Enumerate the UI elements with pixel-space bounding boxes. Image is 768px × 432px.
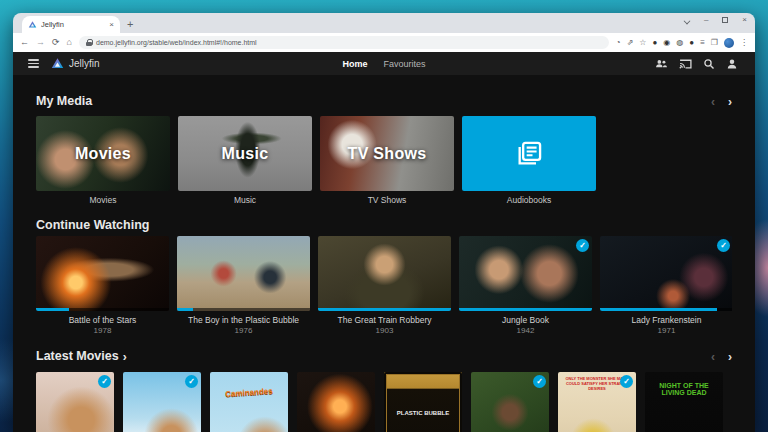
card-artwork <box>36 236 169 311</box>
watched-check-icon: ✓ <box>533 375 546 388</box>
window-chevron-icon[interactable] <box>684 17 690 23</box>
resume-card[interactable]: The Great Train Robbery 1903 <box>318 236 451 335</box>
movie-poster[interactable]: ✓ <box>36 372 114 432</box>
brand-name: Jellyfin <box>69 58 100 69</box>
share-icon[interactable]: ⇗ <box>627 39 634 47</box>
latest-movies-link-arrow-icon[interactable]: › <box>123 350 127 364</box>
music-caption[interactable]: Music <box>178 195 312 205</box>
search-icon[interactable] <box>703 58 715 70</box>
address-bar[interactable]: demo.jellyfin.org/stable/web/index.html#… <box>79 36 609 49</box>
card-year: 1942 <box>459 326 592 335</box>
extension-icon-4[interactable]: ◍ <box>676 39 683 47</box>
nav-tab-home[interactable]: Home <box>342 59 367 69</box>
movie-poster[interactable]: ✓ <box>297 372 375 432</box>
progress-track <box>459 308 592 311</box>
movies-caption[interactable]: Movies <box>36 195 170 205</box>
profile-avatar[interactable] <box>724 38 734 48</box>
card-title[interactable]: Lady Frankenstein <box>600 315 732 325</box>
poster-artwork: ✓ <box>36 372 114 432</box>
library-card-audiobooks[interactable]: Audiobooks <box>462 116 596 205</box>
lock-icon <box>86 39 92 46</box>
extension-icon-1[interactable]: ◔ <box>616 39 621 47</box>
nav-tab-favourites[interactable]: Favourites <box>383 59 425 69</box>
progress-track <box>36 308 169 311</box>
latest-movies-title[interactable]: Latest Movies <box>36 349 119 364</box>
browser-tab[interactable]: Jellyfin × <box>22 16 120 33</box>
progress-bar <box>459 308 592 311</box>
poster-artwork: ✓ <box>123 372 201 432</box>
extension-icon-2[interactable]: ● <box>653 39 658 47</box>
card-title[interactable]: Jungle Book <box>459 315 592 325</box>
card-year: 1976 <box>177 326 310 335</box>
scroll-right-icon[interactable]: › <box>728 96 732 108</box>
browser-window: Jellyfin × + – × ← → ⟳ ⌂ demo.jellyfin.o… <box>13 13 755 432</box>
tab-close-icon[interactable]: × <box>109 21 114 29</box>
movie-poster[interactable]: Caminandes ✓ <box>210 372 288 432</box>
poster-artwork: ✓ <box>297 372 375 432</box>
resume-card[interactable]: Battle of the Stars 1978 <box>36 236 169 335</box>
window-controls: – × <box>684 16 747 24</box>
movie-poster[interactable]: ✓ <box>123 372 201 432</box>
audiobooks-caption[interactable]: Audiobooks <box>462 195 596 205</box>
syncplay-people-icon[interactable] <box>655 58 668 69</box>
movie-poster[interactable]: ✓ <box>471 372 549 432</box>
hamburger-menu-icon[interactable] <box>28 59 39 68</box>
library-card-tvshows[interactable]: TV Shows TV Shows <box>320 116 454 205</box>
poster-artwork: ✓ <box>471 372 549 432</box>
latest-movies-header: Latest Movies › ‹ › <box>36 349 732 364</box>
movie-poster[interactable]: NIGHT OF THE LIVING DEAD ✓ <box>645 372 723 432</box>
jellyfin-brand[interactable]: Jellyfin <box>51 57 100 70</box>
card-year: 1903 <box>318 326 451 335</box>
jellyfin-app: Jellyfin Home Favourites <box>13 52 755 432</box>
browser-menu-icon[interactable]: ⋮ <box>740 39 748 47</box>
jellyfin-favicon <box>28 20 37 29</box>
maximize-button[interactable] <box>722 17 728 23</box>
bookmark-star-icon[interactable]: ☆ <box>639 39 646 47</box>
tab-box-icon[interactable]: ❐ <box>711 39 718 47</box>
resume-card[interactable]: ✓ Jungle Book 1942 <box>459 236 592 335</box>
latest-movies-pager: ‹ › <box>711 351 732 363</box>
extension-icon-3[interactable]: ◉ <box>663 39 670 47</box>
scroll-right-icon[interactable]: › <box>728 351 732 363</box>
progress-bar <box>177 308 193 311</box>
tvshows-caption[interactable]: TV Shows <box>320 195 454 205</box>
movie-poster[interactable]: ONLY THE MONSTER SHE MADE COULD SATISFY … <box>558 372 636 432</box>
user-icon[interactable] <box>726 58 738 70</box>
resume-card[interactable]: ✓ Lady Frankenstein 1971 <box>600 236 732 335</box>
browser-toolbar: ← → ⟳ ⌂ demo.jellyfin.org/stable/web/ind… <box>13 33 755 52</box>
library-card-music[interactable]: Music Music <box>178 116 312 205</box>
progress-bar <box>600 308 717 311</box>
new-tab-button[interactable]: + <box>127 19 133 30</box>
card-artwork <box>177 236 310 311</box>
card-title[interactable]: The Great Train Robbery <box>318 315 451 325</box>
extension-icon-5[interactable]: ● <box>689 39 694 47</box>
watched-check-icon: ✓ <box>185 375 198 388</box>
card-title[interactable]: The Boy in the Plastic Bubble <box>177 315 310 325</box>
my-media-pager: ‹ › <box>711 96 732 108</box>
back-icon[interactable]: ← <box>20 38 29 47</box>
resume-card[interactable]: The Boy in the Plastic Bubble 1976 <box>177 236 310 335</box>
progress-bar <box>36 308 69 311</box>
cast-icon[interactable] <box>679 58 692 69</box>
book-icon <box>515 140 543 168</box>
my-media-row: Movies Movies Music Music TV Shows TV Sh… <box>36 116 732 205</box>
card-artwork: ✓ <box>600 236 732 311</box>
close-button[interactable]: × <box>742 16 747 24</box>
sidebar-icon[interactable]: ≡ <box>700 39 705 47</box>
minimize-button[interactable]: – <box>704 16 708 24</box>
forward-icon[interactable]: → <box>36 38 45 47</box>
tab-strip: Jellyfin × + – × <box>13 13 755 33</box>
watched-check-icon: ✓ <box>576 239 589 252</box>
movie-poster[interactable]: PLASTIC BUBBLE ✓ <box>384 372 462 432</box>
poster-artwork: PLASTIC BUBBLE ✓ <box>384 372 462 432</box>
toolbar-right: ◔ ⇗ ☆ ● ◉ ◍ ● ≡ ❐ ⋮ <box>616 38 748 48</box>
reload-icon[interactable]: ⟳ <box>52 38 60 47</box>
scroll-left-icon[interactable]: ‹ <box>711 96 715 108</box>
app-nav: Home Favourites <box>342 59 425 69</box>
home-content: My Media ‹ › Movies Movies Music <box>13 75 755 432</box>
card-title[interactable]: Battle of the Stars <box>36 315 169 325</box>
movies-label: Movies <box>36 116 170 191</box>
home-icon[interactable]: ⌂ <box>67 38 72 47</box>
scroll-left-icon[interactable]: ‹ <box>711 351 715 363</box>
library-card-movies[interactable]: Movies Movies <box>36 116 170 205</box>
